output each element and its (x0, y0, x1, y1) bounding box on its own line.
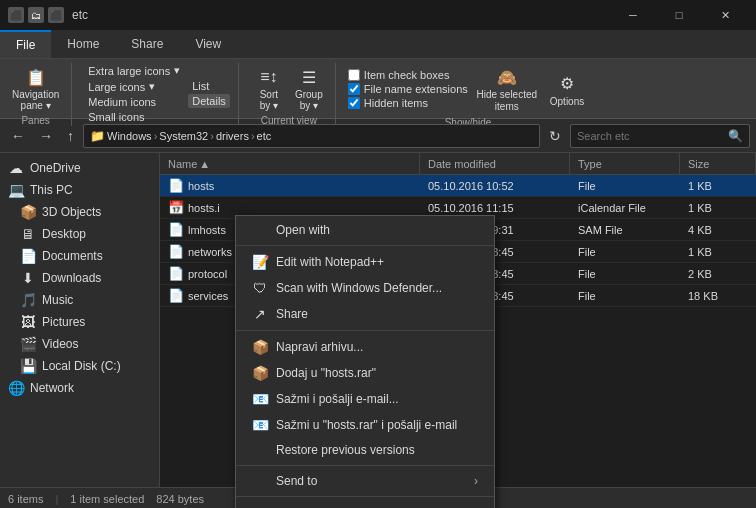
cm-edit-notepad-icon: 📝 (252, 254, 268, 270)
maximize-button[interactable]: □ (656, 0, 702, 30)
cm-scan-defender[interactable]: 🛡 Scan with Windows Defender... (236, 275, 494, 301)
path-drivers[interactable]: drivers (216, 130, 249, 142)
sidebar-item-3dobjects[interactable]: 📦 3D Objects (0, 201, 159, 223)
details-label: Details (192, 95, 226, 107)
address-path[interactable]: 📁 Windows › System32 › drivers › etc (83, 124, 540, 148)
cm-sazmi-email[interactable]: 📧 Sažmi i pošalji e-mail... (236, 386, 494, 412)
col-header-size[interactable]: Size (680, 153, 756, 174)
forward-button[interactable]: → (34, 126, 58, 146)
downloads-icon: ⬇ (20, 270, 36, 286)
cm-send-to[interactable]: Send to › (236, 469, 494, 493)
sidebar-item-videos[interactable]: 🎬 Videos (0, 333, 159, 355)
cm-open-with[interactable]: Open with (236, 218, 494, 242)
refresh-button[interactable]: ↻ (544, 126, 566, 146)
file-icon-hosts: 📄 (168, 178, 184, 193)
sidebar-item-localdisk[interactable]: 💾 Local Disk (C:) (0, 355, 159, 377)
file-date-hosts: 05.10.2016 10:52 (420, 180, 570, 192)
file-row-hosts[interactable]: 📄 hosts 05.10.2016 10:52 File 1 KB (160, 175, 756, 197)
col-size-label: Size (688, 158, 709, 170)
hidden-items-label[interactable]: Hidden items (348, 97, 468, 109)
group-by-icon: ☰ (297, 65, 321, 89)
file-size-lmhosts: 4 KB (680, 224, 756, 236)
checkbox-group: Item check boxes File name extensions Hi… (348, 69, 468, 109)
sort-by-button[interactable]: ≡↕ Sortby ▾ (251, 63, 287, 113)
item-check-boxes-checkbox[interactable] (348, 69, 360, 81)
panes-group-items: 📋 Navigationpane ▾ (8, 63, 63, 113)
sidebar-item-documents[interactable]: 📄 Documents (0, 245, 159, 267)
onedrive-icon: ☁ (8, 160, 24, 176)
col-header-date[interactable]: Date modified (420, 153, 570, 174)
title-bar-title: etc (72, 8, 610, 22)
file-size-hosts: 1 KB (680, 180, 756, 192)
list-btn[interactable]: List (188, 79, 230, 93)
col-header-type[interactable]: Type (570, 153, 680, 174)
file-header: Name ▲ Date modified Type Size (160, 153, 756, 175)
search-icon: 🔍 (728, 129, 743, 143)
layout-options: Extra large icons ▾ Large icons ▾ Medium… (84, 63, 184, 124)
ribbon: File Home Share View (0, 30, 756, 59)
sort-by-label: Sortby ▾ (260, 89, 278, 111)
hidden-items-checkbox[interactable] (348, 97, 360, 109)
cm-dodaj[interactable]: 📦 Dodaj u "hosts.rar" (236, 360, 494, 386)
col-header-name[interactable]: Name ▲ (160, 153, 420, 174)
show-hide-items: Item check boxes File name extensions Hi… (348, 63, 588, 115)
status-selected: 1 item selected (70, 493, 144, 505)
details-btn[interactable]: Details (188, 94, 230, 108)
tab-file[interactable]: File (0, 30, 51, 58)
col-name-sort: ▲ (199, 158, 210, 170)
group-by-button[interactable]: ☰ Groupby ▾ (291, 63, 327, 113)
downloads-label: Downloads (42, 271, 101, 285)
cm-sazmi-email-label: Sažmi i pošalji e-mail... (276, 392, 478, 406)
medium-icons-label: Medium icons (88, 96, 156, 108)
hide-selected-label: Hide selected items (476, 89, 538, 113)
up-button[interactable]: ↑ (62, 126, 79, 146)
minimize-button[interactable]: ─ (610, 0, 656, 30)
context-menu: Open with 📝 Edit with Notepad++ 🛡 Scan w… (235, 215, 495, 508)
item-check-boxes-label[interactable]: Item check boxes (348, 69, 468, 81)
current-view-group: ≡↕ Sortby ▾ ☰ Groupby ▾ Current view (251, 63, 336, 126)
cm-napravi[interactable]: 📦 Napravi arhivu... (236, 334, 494, 360)
path-system32[interactable]: System32 (159, 130, 208, 142)
extra-large-icons-btn[interactable]: Extra large icons ▾ (84, 63, 184, 78)
cm-napravi-icon: 📦 (252, 339, 268, 355)
sidebar-item-music[interactable]: 🎵 Music (0, 289, 159, 311)
large-icons-arrow: ▾ (149, 80, 155, 93)
sidebar-item-thispc[interactable]: 💻 This PC (0, 179, 159, 201)
file-type-services: File (570, 290, 680, 302)
documents-icon: 📄 (20, 248, 36, 264)
search-input[interactable] (577, 130, 728, 142)
file-name-extensions-label[interactable]: File name extensions (348, 83, 468, 95)
small-icons-btn[interactable]: Small icons (84, 110, 184, 124)
path-etc[interactable]: etc (257, 130, 272, 142)
cm-edit-notepad[interactable]: 📝 Edit with Notepad++ (236, 249, 494, 275)
medium-icons-btn[interactable]: Medium icons (84, 95, 184, 109)
sidebar-item-desktop[interactable]: 🖥 Desktop (0, 223, 159, 245)
tab-home[interactable]: Home (51, 30, 115, 58)
path-windows[interactable]: Windows (107, 130, 152, 142)
status-size: 824 bytes (156, 493, 204, 505)
options-button[interactable]: ⚙ Options (546, 70, 588, 109)
sidebar-item-pictures[interactable]: 🖼 Pictures (0, 311, 159, 333)
tab-share[interactable]: Share (115, 30, 179, 58)
navigation-pane-button[interactable]: 📋 Navigationpane ▾ (8, 63, 63, 113)
back-button[interactable]: ← (6, 126, 30, 146)
cm-share[interactable]: ↗ Share (236, 301, 494, 327)
file-name-extensions-checkbox[interactable] (348, 83, 360, 95)
group-by-label: Groupby ▾ (295, 89, 323, 111)
sidebar-item-downloads[interactable]: ⬇ Downloads (0, 267, 159, 289)
file-icon-networks: 📄 (168, 244, 184, 259)
hide-selected-button[interactable]: 🙈 Hide selected items (472, 63, 542, 115)
close-button[interactable]: ✕ (702, 0, 748, 30)
cm-share-label: Share (276, 307, 478, 321)
cm-sazmi-rar-email[interactable]: 📧 Sažmi u "hosts.rar" i pošalji e-mail (236, 412, 494, 438)
large-icons-btn[interactable]: Large icons ▾ (84, 79, 184, 94)
path-sep-1: › (154, 130, 158, 142)
cm-restore[interactable]: Restore previous versions (236, 438, 494, 462)
sidebar-item-onedrive[interactable]: ☁ OneDrive (0, 157, 159, 179)
sidebar-item-network[interactable]: 🌐 Network (0, 377, 159, 399)
search-box[interactable]: 🔍 (570, 124, 750, 148)
cm-cut[interactable]: ✂ Cut (236, 500, 494, 508)
pictures-label: Pictures (42, 315, 85, 329)
tab-view[interactable]: View (179, 30, 237, 58)
cm-scan-defender-label: Scan with Windows Defender... (276, 281, 478, 295)
